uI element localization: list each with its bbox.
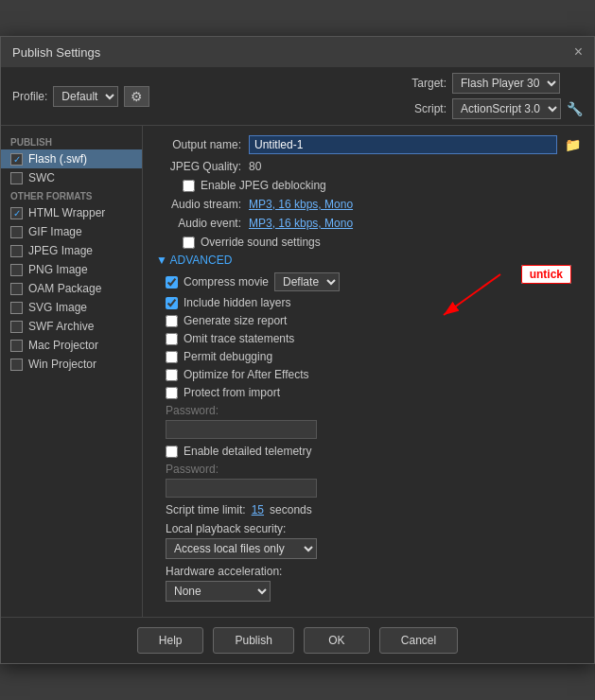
advanced-section: ▼ ADVANCED Compress movie Deflate LZMA xyxy=(156,254,581,602)
sidebar-item-swf-archive[interactable]: SWF Archive xyxy=(1,317,142,336)
gif-label: GIF Image xyxy=(28,225,82,238)
jpeg-label: JPEG Image xyxy=(28,244,93,257)
mac-checkbox[interactable] xyxy=(10,340,23,352)
override-sound-checkbox[interactable] xyxy=(183,236,195,249)
wrench-button[interactable]: 🔧 xyxy=(567,101,583,116)
png-checkbox[interactable] xyxy=(10,264,23,276)
include-hidden-layers-label: Include hidden layers xyxy=(184,296,290,309)
override-sound-row: Override sound settings xyxy=(183,236,581,249)
permit-debugging-checkbox[interactable] xyxy=(166,351,178,363)
enable-jpeg-deblock-checkbox[interactable] xyxy=(183,180,195,192)
advanced-header[interactable]: ▼ ADVANCED xyxy=(156,254,581,267)
audio-event-value[interactable]: MP3, 16 kbps, Mono xyxy=(249,217,353,230)
audio-stream-label: Audio stream: xyxy=(156,198,241,211)
enable-telemetry-label: Enable detailed telemetry xyxy=(184,445,311,458)
ok-button[interactable]: OK xyxy=(304,627,370,654)
optimize-after-effects-checkbox[interactable] xyxy=(166,369,178,381)
sidebar-item-oam-package[interactable]: OAM Package xyxy=(1,279,142,298)
local-playback-label: Local playback security: xyxy=(166,522,581,535)
include-hidden-row: Include hidden layers xyxy=(166,296,581,309)
include-hidden-layers-checkbox[interactable] xyxy=(166,297,178,309)
advanced-header-text: ▼ ADVANCED xyxy=(156,254,232,267)
override-sound-label: Override sound settings xyxy=(201,236,321,249)
jpeg-checkbox[interactable] xyxy=(10,245,23,257)
other-formats-title: OTHER FORMATS xyxy=(1,187,142,203)
right-panel: Output name: 📁 JPEG Quality: 80 Enable J… xyxy=(143,126,594,617)
html-wrapper-checkbox[interactable]: ✓ xyxy=(10,207,23,219)
publish-settings-dialog: Publish Settings × Profile: Default ⚙ Ta… xyxy=(0,36,595,664)
password-input-1[interactable] xyxy=(166,420,317,439)
script-select[interactable]: ActionScript 3.0 xyxy=(452,98,561,119)
compress-movie-checkbox[interactable] xyxy=(166,276,178,289)
swf-archive-checkbox[interactable] xyxy=(10,321,23,333)
sidebar-item-html-wrapper[interactable]: ✓ HTML Wrapper xyxy=(1,203,142,222)
protect-import-row: Protect from import xyxy=(166,386,581,399)
script-time-row: Script time limit: 15 seconds xyxy=(166,503,581,516)
close-button[interactable]: × xyxy=(574,44,583,60)
dialog-title: Publish Settings xyxy=(12,45,100,60)
password-input-2[interactable] xyxy=(166,479,317,498)
gif-checkbox[interactable] xyxy=(10,226,23,238)
target-select[interactable]: Flash Player 30 xyxy=(452,73,560,94)
flash-swf-checkbox[interactable]: ✓ xyxy=(10,153,23,166)
swf-archive-label: SWF Archive xyxy=(28,320,94,333)
script-time-label: Script time limit: xyxy=(166,503,246,516)
output-name-input[interactable] xyxy=(249,135,557,154)
enable-telemetry-row: Enable detailed telemetry xyxy=(166,445,581,458)
sidebar-item-flash-swf[interactable]: ✓ Flash (.swf) xyxy=(1,149,142,168)
sidebar-item-jpeg-image[interactable]: JPEG Image xyxy=(1,241,142,260)
protect-from-import-label: Protect from import xyxy=(184,386,280,399)
local-playback-select[interactable]: Access local files only Access network o… xyxy=(166,538,317,559)
audio-stream-row: Audio stream: MP3, 16 kbps, Mono xyxy=(156,198,581,211)
generate-size-report-label: Generate size report xyxy=(184,314,287,327)
sidebar: PUBLISH ✓ Flash (.swf) SWC OTHER FORMATS… xyxy=(1,126,143,617)
profile-row: Profile: Default ⚙ Target: Flash Player … xyxy=(1,67,594,126)
gear-button[interactable]: ⚙ xyxy=(124,86,149,107)
output-name-row: Output name: 📁 xyxy=(156,135,581,154)
win-checkbox[interactable] xyxy=(10,359,23,371)
profile-label: Profile: xyxy=(12,90,47,103)
enable-telemetry-checkbox[interactable] xyxy=(166,446,178,458)
svg-label: SVG Image xyxy=(28,301,87,314)
generate-size-report-checkbox[interactable] xyxy=(166,315,178,327)
hardware-select[interactable]: None Level 1 - Direct Level 2 - GPU xyxy=(166,581,271,602)
publish-button[interactable]: Publish xyxy=(213,627,293,654)
permit-debugging-label: Permit debugging xyxy=(184,350,272,363)
permit-debug-row: Permit debugging xyxy=(166,350,581,363)
oam-checkbox[interactable] xyxy=(10,283,23,295)
password-label-1: Password: xyxy=(166,404,581,417)
local-playback-area: Local playback security: Access local fi… xyxy=(166,522,581,559)
omit-trace-row: Omit trace statements xyxy=(166,332,581,345)
omit-trace-checkbox[interactable] xyxy=(166,333,178,345)
html-wrapper-label: HTML Wrapper xyxy=(28,206,105,219)
protect-from-import-checkbox[interactable] xyxy=(166,387,178,399)
jpeg-quality-row: JPEG Quality: 80 xyxy=(156,160,581,173)
hardware-area: Hardware acceleration: None Level 1 - Di… xyxy=(166,565,581,602)
svg-checkbox[interactable] xyxy=(10,302,23,314)
sidebar-item-png-image[interactable]: PNG Image xyxy=(1,260,142,279)
folder-button[interactable]: 📁 xyxy=(565,137,581,152)
compress-movie-label: Compress movie xyxy=(184,275,269,289)
script-time-value[interactable]: 15 xyxy=(252,503,264,516)
win-label: Win Projector xyxy=(28,358,96,371)
audio-stream-value[interactable]: MP3, 16 kbps, Mono xyxy=(249,198,353,211)
jpeg-quality-value: 80 xyxy=(249,160,261,173)
sidebar-item-swc[interactable]: SWC xyxy=(1,168,142,187)
publish-section-title: PUBLISH xyxy=(1,133,142,149)
sidebar-item-svg-image[interactable]: SVG Image xyxy=(1,298,142,317)
help-button[interactable]: Help xyxy=(137,627,204,654)
title-bar: Publish Settings × xyxy=(1,37,594,67)
jpeg-quality-label: JPEG Quality: xyxy=(156,160,241,173)
profile-select[interactable]: Default xyxy=(53,86,118,107)
output-name-label: Output name: xyxy=(156,138,241,151)
profile-left: Profile: Default ⚙ xyxy=(12,86,149,107)
swc-checkbox[interactable] xyxy=(10,172,23,184)
sidebar-item-win-projector[interactable]: Win Projector xyxy=(1,355,142,374)
main-content: PUBLISH ✓ Flash (.swf) SWC OTHER FORMATS… xyxy=(1,126,594,617)
compress-movie-select[interactable]: Deflate LZMA xyxy=(274,272,340,291)
password-label-2: Password: xyxy=(166,463,581,476)
script-label: Script: xyxy=(407,102,446,115)
sidebar-item-gif-image[interactable]: GIF Image xyxy=(1,222,142,241)
cancel-button[interactable]: Cancel xyxy=(379,627,458,654)
sidebar-item-mac-projector[interactable]: Mac Projector xyxy=(1,336,142,355)
